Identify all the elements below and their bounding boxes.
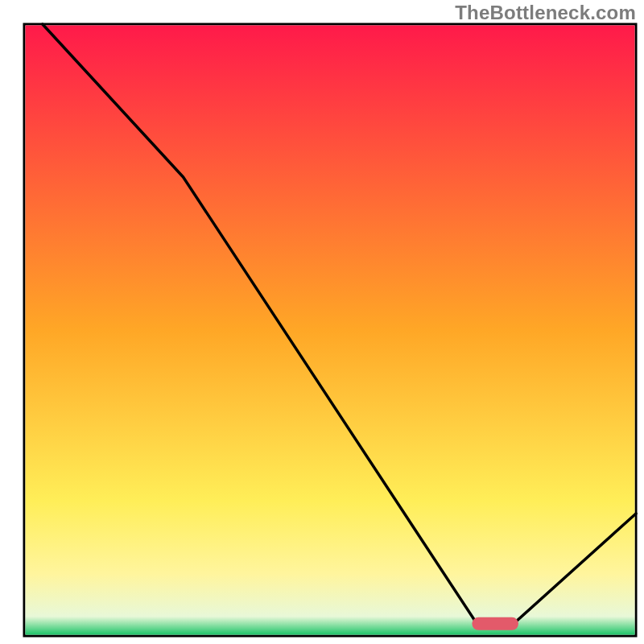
chart-stage: TheBottleneck.com — [0, 0, 644, 644]
plot-gradient-fill — [26, 26, 635, 635]
watermark-text: TheBottleneck.com — [455, 2, 636, 24]
bottleneck-chart — [0, 0, 644, 644]
optimal-range-marker — [472, 617, 518, 630]
